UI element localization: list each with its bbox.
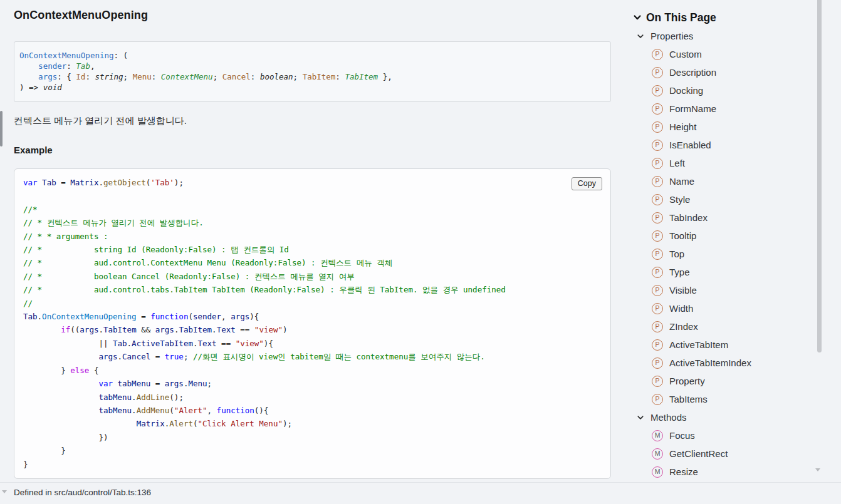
sidebar-item-label: Height: [669, 121, 696, 132]
sidebar-item-label: ZIndex: [669, 321, 698, 332]
property-kind-icon: P: [652, 357, 663, 369]
sidebar-item-height[interactable]: PHeight: [633, 118, 821, 136]
property-kind-icon: P: [652, 121, 663, 133]
code-line: }: [23, 458, 602, 471]
sidebar-item-label: Left: [669, 158, 685, 168]
property-kind-icon: P: [652, 376, 663, 387]
copy-button[interactable]: Copy: [572, 177, 602, 190]
sidebar-item-top[interactable]: PTop: [633, 245, 821, 263]
property-kind-icon: P: [652, 176, 663, 187]
code-line: tabMenu.AddLine();: [23, 391, 602, 404]
code-line: args.Cancel = true; //화면 표시명이 view인 tabi…: [23, 350, 602, 363]
scroll-down-arrow-icon[interactable]: [2, 490, 7, 493]
sidebar-item-tabindex[interactable]: PTabIndex: [633, 208, 821, 227]
property-kind-icon: P: [652, 285, 663, 296]
method-kind-icon: M: [652, 466, 663, 478]
property-kind-icon: P: [652, 158, 663, 169]
sidebar-scrollbar-thumb[interactable]: [817, 0, 822, 352]
code-line: // * 컨텍스트 메뉴가 열리기 전에 발생합니다.: [23, 216, 602, 229]
sidebar-item-description[interactable]: PDescription: [633, 63, 821, 81]
sidebar-item-type[interactable]: PType: [633, 263, 821, 281]
main-content: OnContextMenuOpening OnContextMenuOpenin…: [14, 0, 611, 479]
property-kind-icon: P: [652, 230, 663, 242]
code-line: //: [23, 297, 602, 310]
code-line: //*: [23, 203, 602, 216]
code-line: sender: Tab,: [19, 61, 604, 71]
sidebar-section-properties[interactable]: Properties: [633, 27, 821, 45]
sidebar-item-label: Name: [669, 176, 694, 187]
sidebar-item-label: Resize: [669, 466, 698, 477]
sidebar-item-label: IsEnabled: [669, 140, 711, 150]
sidebar-item-style[interactable]: PStyle: [633, 190, 821, 208]
sidebar-item-label: Type: [669, 267, 690, 277]
sidebar-section-methods[interactable]: Methods: [633, 408, 821, 426]
sidebar-item-width[interactable]: PWidth: [633, 299, 821, 317]
example-code: var Tab = Matrix.getObject('Tab'); //*//…: [23, 176, 602, 471]
sidebar-item-activetabitemindex[interactable]: PActiveTabItemIndex: [633, 354, 821, 372]
sidebar-item-label: FormName: [669, 103, 716, 114]
on-this-page-header[interactable]: On This Page: [633, 8, 821, 27]
chevron-down-icon[interactable]: [637, 414, 644, 421]
property-kind-icon: P: [652, 140, 663, 151]
signature-block: OnContextMenuOpening: ( sender: Tab, arg…: [14, 41, 611, 102]
sidebar-item-label: ActiveTabItemIndex: [669, 357, 751, 368]
code-line: }: [23, 444, 602, 457]
sidebar-item-formname[interactable]: PFormName: [633, 100, 821, 118]
sidebar-item-label: GetClientRect: [669, 448, 728, 459]
sidebar-item-docking[interactable]: PDocking: [633, 81, 821, 100]
code-line: // * boolean Cancel (Readonly:False) : 컨…: [23, 270, 602, 283]
sidebar-item-label: Focus: [669, 430, 695, 441]
chevron-down-icon[interactable]: [633, 13, 642, 22]
sidebar-item-custom[interactable]: PCustom: [633, 45, 821, 63]
example-heading: Example: [14, 145, 611, 155]
sidebar-item-tooltip[interactable]: PTooltip: [633, 227, 821, 245]
property-kind-icon: P: [652, 194, 663, 205]
sidebar-item-activetabitem[interactable]: PActiveTabItem: [633, 336, 821, 354]
sidebar-item-label: ActiveTabItem: [669, 339, 728, 350]
property-kind-icon: P: [652, 49, 663, 60]
sidebar-item-getclientrect[interactable]: MGetClientRect: [633, 445, 821, 463]
sidebar-item-property[interactable]: PProperty: [633, 372, 821, 390]
code-line: } else {: [23, 364, 602, 377]
property-kind-icon: P: [652, 394, 663, 405]
property-kind-icon: P: [652, 103, 663, 115]
sidebar-item-label: TabIndex: [669, 212, 708, 223]
sidebar-item-isenabled[interactable]: PIsEnabled: [633, 136, 821, 154]
code-line: [23, 189, 602, 202]
sidebar-item-label: Description: [669, 67, 716, 78]
sidebar-item-left[interactable]: PLeft: [633, 154, 821, 172]
code-line: Matrix.Alert("Click Alert Menu");: [23, 417, 602, 430]
content-scrollbar-thumb[interactable]: [0, 111, 3, 147]
sidebar-item-label: Visible: [669, 285, 697, 296]
property-kind-icon: P: [652, 321, 663, 332]
sidebar-item-name[interactable]: PName: [633, 172, 821, 190]
on-this-page-nav: On This Page PropertiesPCustomPDescripti…: [633, 0, 821, 481]
page-title: OnContextMenuOpening: [14, 9, 611, 22]
property-kind-icon: P: [652, 67, 663, 78]
scroll-down-arrow-icon[interactable]: [815, 468, 820, 471]
code-line: tabMenu.AddMenu("Alert", function(){: [23, 404, 602, 417]
property-kind-icon: P: [652, 85, 663, 96]
property-kind-icon: P: [652, 303, 663, 314]
sidebar-item-label: TabItems: [669, 394, 708, 404]
sidebar-item-label: Tooltip: [669, 230, 696, 241]
sidebar-item-label: Docking: [669, 85, 703, 96]
property-kind-icon: P: [652, 267, 663, 278]
sidebar-item-resize[interactable]: MResize: [633, 463, 821, 481]
code-line: // * aud.control.tabs.TabItem TabItem (R…: [23, 283, 602, 296]
footer-divider: [0, 482, 841, 483]
sidebar-item-focus[interactable]: MFocus: [633, 426, 821, 445]
chevron-down-icon[interactable]: [637, 33, 644, 40]
property-kind-icon: P: [652, 212, 663, 224]
code-line: // * aud.control.ContextMenu Menu (Reado…: [23, 256, 602, 269]
sidebar-item-visible[interactable]: PVisible: [633, 281, 821, 299]
on-this-page-title: On This Page: [646, 11, 716, 24]
sidebar-item-tabitems[interactable]: PTabItems: [633, 390, 821, 408]
code-line: // * string Id (Readonly:False) : 탭 컨트롤의…: [23, 243, 602, 256]
code-line: Tab.OnContextMenuOpening = function(send…: [23, 310, 602, 323]
sidebar-item-zindex[interactable]: PZIndex: [633, 317, 821, 336]
section-label: Methods: [650, 412, 687, 423]
code-line: var tabMenu = args.Menu;: [23, 377, 602, 390]
sidebar-item-label: Property: [669, 376, 705, 386]
code-line: var Tab = Matrix.getObject('Tab');: [23, 176, 602, 189]
